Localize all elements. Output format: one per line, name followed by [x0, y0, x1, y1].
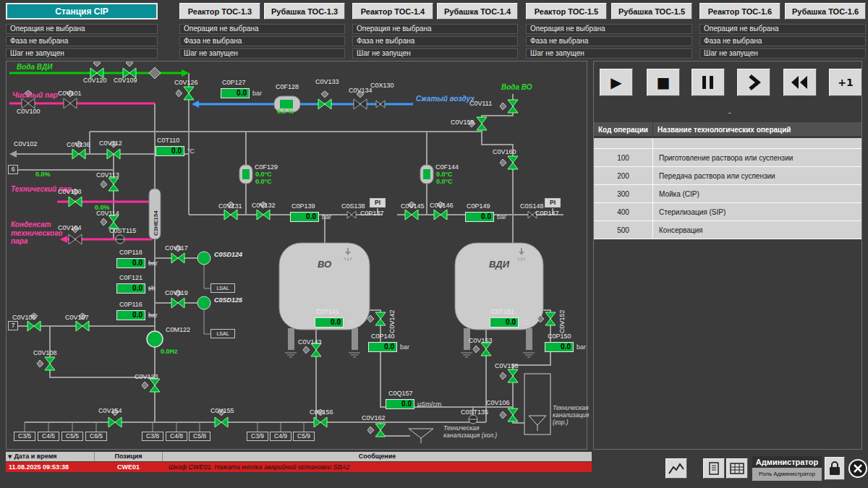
- destination-tag-chip: С3/5: [14, 432, 35, 441]
- meter-unit: bar: [576, 343, 586, 351]
- fast-backward-button[interactable]: [783, 69, 817, 96]
- device-tag: C0V154: [98, 407, 122, 414]
- operation-name: Консервация: [653, 221, 861, 239]
- status-phase: Фаза не выбрана: [352, 36, 518, 46]
- lsal-box: LSAL: [210, 283, 235, 293]
- operation-code: 400: [594, 203, 653, 221]
- report-button[interactable]: [703, 458, 725, 479]
- alarm-row[interactable]: 11.08.2025 09:53:38 CWE01 Шкаф CWE01. На…: [6, 462, 592, 472]
- tab-rubashka-tos-1-4[interactable]: Рубашка ТОС-1.4: [437, 3, 518, 20]
- device-tag: 0.0Hz: [161, 348, 178, 355]
- meter-tag: C0P116: [119, 301, 142, 308]
- meter-unit: bar: [252, 90, 262, 97]
- device-tag: C0S138: [341, 202, 365, 210]
- operation-row[interactable]: 400 Стерилизация (SIP): [594, 203, 861, 221]
- device-tag: C0V136: [67, 141, 90, 148]
- meter-value-c0q157: 0.0: [386, 399, 414, 409]
- status-operation: Операция не выбрана: [179, 24, 345, 34]
- device-tag: C0V102: [14, 140, 38, 147]
- close-button[interactable]: [847, 458, 868, 479]
- stream-label-chisty-par: Чистый пар: [12, 91, 58, 100]
- meter-tag: C0P150: [548, 333, 571, 340]
- trend-button[interactable]: [665, 458, 687, 479]
- device-tag: C0V152: [558, 309, 566, 333]
- meter-unit: t/h: [148, 285, 156, 292]
- operation-name: Передача раствора или суспензии: [653, 167, 861, 184]
- operation-row[interactable]: 500 Консервация: [594, 221, 861, 239]
- stop-button[interactable]: ■: [647, 69, 680, 96]
- device-tag: C0V104: [58, 224, 82, 231]
- tab-reactor-tos-1-3[interactable]: Реактор ТОС-1.3: [179, 3, 260, 20]
- device-tag: C0V117: [165, 244, 188, 252]
- pause-button[interactable]: [692, 69, 725, 96]
- destination-tag-chip: С3/8: [142, 432, 163, 441]
- tank-label-vo: ВО: [279, 260, 370, 270]
- device-tag: C0V155: [210, 407, 234, 414]
- device-tag: C0V143: [298, 338, 322, 346]
- tab-rubashka-tos-1-5[interactable]: Рубашка ТОС-1.5: [611, 3, 692, 20]
- operation-name: Мойка (CIP): [653, 185, 861, 202]
- alarm-header-message[interactable]: Сообщение: [163, 452, 592, 461]
- meter-tag: C0T151: [491, 308, 514, 315]
- operation-row[interactable]: 200 Передача раствора или суспензии: [594, 167, 861, 185]
- operation-code: 500: [594, 221, 653, 239]
- start-button[interactable]: ▶: [600, 69, 633, 96]
- pause-icon: [692, 69, 724, 95]
- drain-label-gor: Техническая канализация (гор.): [553, 404, 586, 427]
- operation-name: [653, 138, 861, 148]
- status-column: Операция не выбрана Фаза не выбрана Шаг …: [699, 24, 866, 61]
- operation-row[interactable]: [594, 138, 861, 149]
- meter-unit: µSm/cm: [417, 401, 441, 408]
- operation-row[interactable]: 100 Приготовление раствора или суспензии: [594, 149, 861, 167]
- lsal-box: LSAL: [210, 329, 235, 338]
- meter-unit: bar: [148, 260, 158, 267]
- device-tag: 0.0°C: [255, 178, 272, 185]
- status-operation: Операция не выбрана: [352, 24, 518, 34]
- line-number-chip: 6: [8, 165, 18, 174]
- tab-rubashka-tos-1-6[interactable]: Рубашка ТОС-1.6: [785, 3, 866, 20]
- stop-icon: ■: [657, 74, 671, 91]
- tab-reactor-tos-1-4[interactable]: Реактор ТОС-1.4: [352, 3, 433, 20]
- device-tag: C0SD125: [214, 296, 242, 304]
- meter-value-c0p116: 0.0: [116, 310, 145, 320]
- tab-station-cip[interactable]: Станция CIP: [6, 3, 158, 20]
- meter-tag: C0P149: [467, 202, 490, 210]
- operation-name: Приготовление раствора или суспензии: [653, 149, 861, 166]
- user-widget[interactable]: Администратор Роль Администратор: [752, 456, 822, 481]
- play-icon: ▶: [610, 74, 621, 91]
- tab-rubashka-tos-1-3[interactable]: Рубашка ТОС-1.3: [264, 3, 345, 20]
- device-tag: C0V107: [65, 314, 89, 321]
- user-role: Роль Администратор: [752, 468, 822, 481]
- device-tag: C0V142: [388, 309, 396, 333]
- device-tag: C0S148: [520, 202, 544, 210]
- lock-button[interactable]: [825, 457, 845, 480]
- operation-code: 300: [594, 185, 653, 202]
- meter-value-c0p149: 0.0: [465, 212, 494, 222]
- operation-row[interactable]: 300 Мойка (CIP): [594, 185, 861, 203]
- alarm-header-position[interactable]: Позиция: [94, 452, 163, 461]
- alarm-datetime: 11.08.2025 09:53:38: [6, 462, 94, 472]
- device-tag: C0V103: [58, 188, 82, 195]
- alarm-header-datetime[interactable]: ▼Дата и время: [6, 452, 94, 461]
- step-forward-button[interactable]: [737, 69, 770, 96]
- device-tag: C0V160: [493, 148, 516, 155]
- line-number-chip: 7: [8, 321, 18, 330]
- device-tag: C0V123: [135, 373, 158, 380]
- destination-tag-chip: С5/8: [189, 432, 210, 441]
- meter-value-c0p139: 0.0: [290, 212, 319, 222]
- tab-reactor-tos-1-6[interactable]: Реактор ТОС-1.6: [699, 3, 780, 20]
- tab-reactor-tos-1-5[interactable]: Реактор ТОС-1.5: [526, 3, 607, 20]
- table-button[interactable]: [726, 458, 748, 479]
- meter-value-c0t110: 0.0: [156, 146, 184, 156]
- meter-tag: C0F121: [119, 274, 142, 281]
- device-tag: 0.0°C: [255, 171, 272, 178]
- stream-label-voda-vdi: Вода ВДИ: [17, 63, 53, 72]
- stream-label-voda-vo: Вода ВО: [501, 83, 532, 92]
- status-phase: Фаза не выбрана: [699, 36, 866, 46]
- meter-tag: C0T110: [157, 137, 179, 144]
- device-tag: 0.0°C: [436, 171, 453, 178]
- plus-one-button[interactable]: +1: [829, 69, 862, 96]
- status-column: Операция не выбрана Фаза не выбрана Шаг …: [179, 24, 345, 61]
- device-tag: 0.0%: [35, 171, 51, 178]
- device-tag: C0V156: [310, 408, 333, 416]
